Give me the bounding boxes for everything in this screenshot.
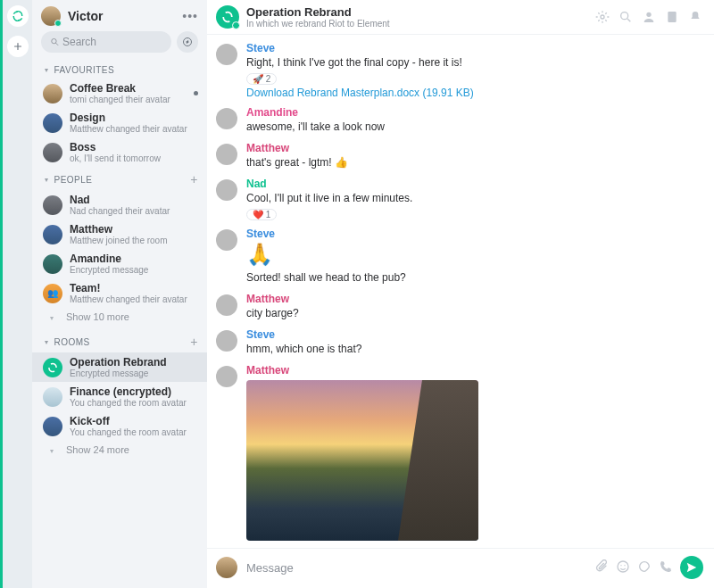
room-avatar	[43, 358, 62, 377]
files-button[interactable]	[664, 9, 680, 25]
message-body: hmm, which one is that?	[246, 341, 700, 357]
spaces-gutter	[0, 0, 32, 588]
add-person-button[interactable]: +	[190, 172, 198, 186]
dm-matthew[interactable]: MatthewMatthew joined the room	[32, 219, 207, 249]
message-sender[interactable]: Matthew	[246, 364, 700, 377]
message-image[interactable]	[246, 380, 478, 541]
room-boss[interactable]: Bossok, I'll send it tomorrow	[32, 137, 207, 167]
message-list[interactable]: SteveRight, I think I've got the final c…	[207, 35, 714, 548]
svg-point-11	[624, 565, 625, 566]
composer-input[interactable]	[246, 561, 594, 575]
room-coffee-break[interactable]: Coffee Breaktomi changed their avatar	[32, 79, 207, 108]
svg-rect-8	[668, 12, 676, 22]
svg-point-0	[52, 38, 56, 43]
message-avatar	[216, 366, 237, 387]
room-design[interactable]: DesignMatthew changed their avatar	[32, 108, 207, 137]
reaction-pill[interactable]: 🚀 2	[246, 73, 277, 85]
room-avatar	[43, 113, 62, 133]
section-rooms-header[interactable]: ▾ ROOMS +	[32, 329, 207, 352]
message-sender[interactable]: Amandine	[246, 106, 700, 119]
room-avatar	[43, 417, 62, 436]
chevron-down-icon: ▾	[45, 66, 49, 74]
message-attachment-link[interactable]: Download Rebrand Masterplan.docx (19.91 …	[246, 87, 474, 99]
show-more-rooms[interactable]: Show 24 more	[32, 441, 207, 462]
send-button[interactable]	[680, 556, 703, 579]
chevron-down-icon: ▾	[45, 176, 49, 184]
message-sender[interactable]: Nad	[246, 178, 700, 190]
svg-point-9	[618, 561, 628, 572]
message[interactable]: NadCool, I'll put it live in a few minut…	[216, 174, 700, 224]
message[interactable]: SteveRight, I think I've got the final c…	[216, 38, 700, 103]
person-avatar	[43, 254, 62, 274]
message-big-emoji: 🙏	[246, 242, 700, 268]
add-room-button[interactable]: +	[190, 335, 198, 349]
reaction-pill[interactable]: ❤️ 1	[246, 209, 277, 220]
message-body: Sorted! shall we head to the pub?	[246, 269, 700, 286]
room-title: Operation Rebrand	[246, 5, 594, 19]
message-sender[interactable]: Steve	[246, 42, 700, 54]
phone-icon	[659, 559, 673, 574]
file-icon	[665, 10, 679, 24]
message[interactable]: Stevehmm, which one is that?	[216, 325, 700, 360]
room-operation-rebrand[interactable]: Operation RebrandEncrypted message	[32, 352, 207, 382]
svg-point-4	[601, 15, 604, 19]
message-sender[interactable]: Steve	[246, 328, 700, 341]
svg-line-1	[56, 43, 58, 45]
dm-team[interactable]: 👥 Team!Matthew changed their avatar	[32, 278, 207, 308]
section-people-header[interactable]: ▾ PEOPLE +	[32, 167, 207, 190]
members-button[interactable]	[641, 9, 657, 25]
message-body: that's great - lgtm! 👍	[246, 154, 700, 170]
message-sender[interactable]: Matthew	[246, 142, 700, 154]
user-header[interactable]: Victor •••	[32, 0, 207, 31]
message[interactable]: Matthewthat's great - lgtm! 👍	[216, 138, 700, 174]
attach-button[interactable]	[594, 559, 609, 576]
section-favourites-header[interactable]: ▾ FAVOURITES	[32, 60, 207, 79]
create-space-button[interactable]	[7, 36, 29, 57]
user-menu-button[interactable]: •••	[182, 9, 198, 23]
user-avatar	[41, 6, 61, 26]
emoji-icon	[616, 559, 630, 574]
message-sender[interactable]: Steve	[246, 228, 700, 240]
svg-point-5	[621, 12, 628, 20]
room-avatar	[43, 84, 62, 104]
room-header-avatar[interactable]	[216, 5, 239, 29]
room-search-button[interactable]	[618, 9, 634, 25]
show-more-people[interactable]: Show 10 more	[32, 308, 207, 329]
room-kickoff[interactable]: Kick-offYou changed the room avatar	[32, 411, 207, 441]
emoji-button[interactable]	[616, 559, 630, 576]
voice-call-button[interactable]	[659, 559, 673, 576]
message[interactable]: Steve🙏Sorted! shall we head to the pub?	[216, 224, 700, 289]
room-settings-button[interactable]	[594, 9, 610, 25]
message[interactable]: Amandineawesome, i'll take a look now	[216, 103, 700, 138]
dm-nad[interactable]: NadNad changed their avatar	[32, 190, 207, 219]
home-space-button[interactable]	[7, 5, 29, 27]
notifications-button[interactable]	[687, 9, 703, 25]
sticker-button[interactable]	[637, 559, 652, 576]
svg-marker-3	[187, 40, 189, 44]
person-avatar	[43, 225, 62, 244]
chevron-down-icon: ▾	[45, 338, 49, 346]
unread-dot	[194, 91, 198, 95]
svg-point-10	[620, 565, 621, 566]
room-list-panel: Victor ••• ▾ FAVOURITES Coffee Breaktomi…	[32, 0, 207, 588]
room-finance[interactable]: Finance (encrypted)You changed the room …	[32, 382, 207, 411]
message-composer	[207, 548, 714, 588]
user-name: Victor	[68, 9, 182, 23]
svg-line-6	[627, 19, 630, 21]
message-body: city barge?	[246, 305, 700, 321]
room-topic: In which we rebrand Riot to Element	[246, 19, 594, 29]
element-logo-icon	[47, 362, 58, 373]
chat-panel: Operation Rebrand In which we rebrand Ri…	[207, 0, 714, 588]
explore-button[interactable]	[177, 31, 198, 53]
search-input[interactable]	[62, 36, 162, 48]
dm-amandine[interactable]: AmandineEncrypted message	[32, 249, 207, 278]
message-avatar	[216, 330, 237, 352]
room-avatar	[43, 387, 62, 407]
person-avatar: 👥	[43, 284, 62, 303]
message[interactable]: Matthewcity barge?	[216, 289, 700, 325]
message[interactable]: Matthew	[216, 360, 700, 544]
message-body: awesome, i'll take a look now	[246, 119, 700, 135]
person-icon	[642, 10, 656, 24]
search-input-wrapper[interactable]	[41, 31, 171, 53]
message-sender[interactable]: Matthew	[246, 293, 700, 305]
